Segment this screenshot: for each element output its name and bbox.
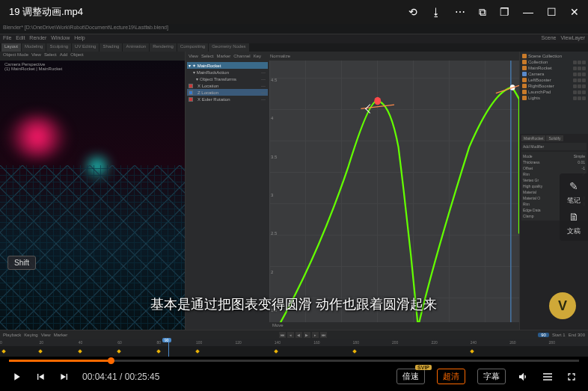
svip-badge: SVIP: [415, 365, 432, 370]
keyframe[interactable]: [156, 349, 161, 354]
share-icon[interactable]: ⟲: [408, 6, 417, 18]
gh-view[interactable]: View: [189, 54, 198, 58]
next-key-icon[interactable]: ▸: [312, 332, 319, 338]
tab-geonodes[interactable]: Geometry Nodes: [209, 43, 248, 52]
viewport-mode[interactable]: Object Mode: [3, 52, 28, 60]
keyframes: [0, 348, 588, 355]
channel-zloc: Z Location⋯: [187, 89, 268, 96]
current-frame[interactable]: 90: [538, 333, 549, 337]
viewlayer-name[interactable]: ViewLayer: [560, 35, 585, 43]
tab-rendering[interactable]: Rendering: [150, 43, 177, 52]
graph-header: View Select Marker Channel Key Normalize: [186, 52, 519, 61]
quality-button[interactable]: 超清: [437, 369, 465, 384]
maximize-icon[interactable]: ☐: [547, 6, 557, 18]
timeline-track[interactable]: 0204060801001201401601802002202402602803…: [0, 339, 588, 357]
keyframe[interactable]: [117, 349, 121, 354]
menu-help[interactable]: Help: [74, 35, 85, 43]
outliner-row: Lights: [521, 95, 587, 101]
keyframe[interactable]: [470, 349, 474, 354]
property-field[interactable]: Thickness0.01: [523, 159, 585, 165]
gh-channel[interactable]: Channel: [233, 54, 250, 58]
video-area: Blender* [D:\OneDrive\Work\Robot\Documen…: [0, 24, 588, 357]
outliner-row: Scene Collection: [521, 53, 587, 59]
jump-end-icon[interactable]: ⏭: [320, 332, 327, 338]
time-display: 00:04:41 / 00:25:45: [82, 372, 159, 382]
play-fwd-icon[interactable]: ▶: [304, 332, 310, 338]
pink-glow: [7, 114, 67, 159]
outliner-row: LeftBooster: [521, 77, 587, 83]
timeline[interactable]: Playback Keying View Marker ⏮ ◂ ◀ ▶ ▸ ⏭ …: [0, 330, 588, 357]
outliner-row: RightBooster: [521, 83, 587, 89]
download-icon[interactable]: ⭳: [431, 6, 441, 18]
curve-canvas[interactable]: 4.54 3.53 2.52 1.5 Move: [269, 61, 519, 330]
vp-menu-select[interactable]: Select: [44, 52, 57, 60]
keyframe[interactable]: [78, 349, 82, 354]
tab-compositing[interactable]: Compositing: [177, 43, 208, 52]
channel-xrot: X Euler Rotation⋯: [187, 96, 268, 102]
tree-transforms: ▾Object Transforms⋯: [187, 76, 268, 82]
vp-menu-object[interactable]: Object: [70, 52, 83, 60]
play-rev-icon[interactable]: ◀: [295, 332, 302, 338]
pip-icon[interactable]: ⧉: [479, 6, 486, 19]
gh-select[interactable]: Select: [201, 54, 214, 58]
menu-render[interactable]: Render: [29, 35, 46, 43]
prev-key-icon[interactable]: ◂: [287, 332, 294, 338]
graph-editor: View Select Marker Channel Key Normalize…: [186, 52, 519, 330]
transcript-button[interactable]: 🗎 文稿: [561, 209, 587, 236]
menu-edit[interactable]: Edit: [16, 35, 25, 43]
scene-name[interactable]: Scene: [542, 35, 557, 43]
graph-statusbar: Move: [269, 322, 519, 330]
keyframe[interactable]: [195, 349, 200, 354]
viewport-3d[interactable]: Object Mode View Select Add Object Camer…: [0, 52, 186, 330]
play-button[interactable]: [10, 371, 22, 383]
tab-modeling[interactable]: Modeling: [22, 43, 46, 52]
jump-start-icon[interactable]: ⏮: [279, 332, 286, 338]
prev-button[interactable]: [34, 371, 46, 383]
close-icon[interactable]: ✕: [570, 6, 579, 18]
keyframe[interactable]: [39, 349, 43, 354]
more-icon[interactable]: ⋯: [455, 6, 465, 18]
tab-sculpting[interactable]: Sculpting: [46, 43, 71, 52]
channel-tree[interactable]: ▾ ✦MainRocket ▾ MainRockAction⋯ ▾Object …: [186, 61, 269, 330]
menu-window[interactable]: Window: [51, 35, 70, 43]
keyframe[interactable]: [352, 349, 357, 354]
blender-titlebar: Blender* [D:\OneDrive\Work\Robot\Documen…: [0, 24, 588, 34]
volume-button[interactable]: [518, 371, 530, 383]
speed-button[interactable]: 倍速SVIP: [396, 369, 425, 384]
property-field[interactable]: Offset-1: [523, 165, 585, 171]
outliner[interactable]: Scene Collection Collection MainRocket C…: [520, 52, 588, 134]
frame-end[interactable]: End 300: [569, 333, 585, 337]
tab-shading[interactable]: Shading: [99, 43, 122, 52]
settings-button[interactable]: [542, 371, 554, 383]
tab-animation[interactable]: Animation: [123, 43, 149, 52]
fullscreen-button[interactable]: [566, 371, 578, 383]
minimize-icon[interactable]: —: [523, 6, 533, 18]
tl-keying[interactable]: Keying: [24, 333, 37, 337]
tab-layout[interactable]: Layout: [1, 43, 21, 52]
vp-menu-view[interactable]: View: [31, 52, 41, 60]
gh-normalize[interactable]: Normalize: [270, 54, 290, 58]
notes-button[interactable]: ✎ 笔记: [561, 178, 587, 206]
caption-button[interactable]: 字幕: [477, 369, 506, 384]
workspace-tabs: Layout Modeling Sculpting UV Editing Sha…: [0, 43, 588, 52]
progress-fill: [9, 360, 111, 362]
frame-start[interactable]: Start 1: [552, 333, 566, 337]
add-modifier[interactable]: Add Modifier: [521, 143, 587, 150]
keyframe[interactable]: [274, 349, 278, 354]
tab-uv[interactable]: UV Editing: [72, 43, 99, 52]
gh-key[interactable]: Key: [254, 54, 261, 58]
progress-bar[interactable]: [9, 360, 579, 362]
tl-view[interactable]: View: [41, 333, 51, 337]
property-field[interactable]: ModeSimple: [523, 153, 585, 159]
restore-icon[interactable]: ❐: [500, 6, 509, 18]
gh-marker[interactable]: Marker: [217, 54, 231, 58]
menu-file[interactable]: File: [3, 35, 11, 43]
tl-playback[interactable]: Playback: [3, 333, 21, 337]
next-button[interactable]: [58, 371, 70, 383]
keyframe[interactable]: [1, 349, 6, 354]
channel-xloc: X Location⋯: [187, 82, 268, 89]
tl-marker[interactable]: Marker: [54, 333, 68, 337]
vp-menu-add[interactable]: Add: [60, 52, 68, 60]
scene-render: [0, 70, 185, 330]
pencil-icon: ✎: [566, 178, 582, 194]
